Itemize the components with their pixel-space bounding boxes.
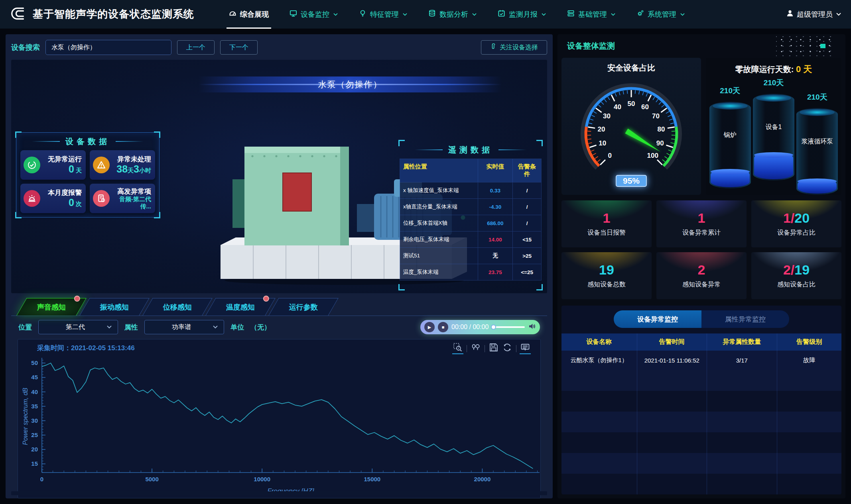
nav-item-4[interactable]: 数据分析 bbox=[428, 0, 477, 29]
refresh-icon[interactable] bbox=[502, 343, 512, 354]
telemetry-realtime-value: 686.00 bbox=[478, 215, 513, 231]
player-progress-slider[interactable] bbox=[492, 326, 525, 328]
stop-button[interactable]: ■ bbox=[438, 322, 448, 332]
focus-device-button[interactable]: 关注设备选择 bbox=[481, 40, 547, 55]
nav-item-label: 数据分析 bbox=[439, 10, 468, 19]
zoom-reset-icon[interactable] bbox=[471, 343, 481, 354]
safety-gauge-card: 安全设备占比 0102030405060708090100 95% bbox=[561, 58, 701, 195]
dots-decoration bbox=[776, 35, 836, 56]
telemetry-alarm-condition: >25 bbox=[513, 248, 541, 264]
device-data-card: 本月度报警0 次 bbox=[20, 184, 86, 213]
cylinder-top-glow bbox=[713, 102, 748, 110]
sense-tab-4[interactable]: 温度感知 bbox=[205, 298, 275, 316]
alarm-table-header-cell: 异常属性数量 bbox=[707, 333, 777, 351]
telemetry-realtime-value: 0.33 bbox=[478, 182, 513, 198]
audio-player: ▶ ■ 00:00 / 00:00 bbox=[420, 320, 540, 334]
paperclip-icon bbox=[490, 43, 496, 51]
stats-grid: 1设备当日报警1设备异常累计1/20设备异常占比19感知设备总数2感知设备异常2… bbox=[561, 200, 841, 299]
sense-tab-3[interactable]: 位移感知 bbox=[142, 298, 212, 316]
telemetry-alarm-condition: / bbox=[513, 199, 541, 215]
alarm-table-cell bbox=[637, 391, 707, 412]
gear-icon bbox=[636, 10, 644, 19]
svg-text:25: 25 bbox=[31, 431, 38, 438]
nav-item-7[interactable]: 系统管理 bbox=[636, 0, 685, 29]
telemetry-attr-name: x轴直流分量_泵体末端 bbox=[400, 199, 478, 215]
stat-label: 设备异常占比 bbox=[777, 229, 816, 237]
nav-item-6[interactable]: 基础管理 bbox=[567, 0, 616, 29]
telemetry-header-cell: 实时值 bbox=[478, 159, 513, 182]
cylinder-device-name: 锅炉 bbox=[709, 130, 751, 140]
alarm-table-cell bbox=[707, 370, 777, 391]
svg-text:30: 30 bbox=[31, 417, 38, 424]
nav-item-3[interactable]: 特征管理 bbox=[359, 0, 408, 29]
abnormal-monitor-card: 设备异常监控属性异常监控 设备名称告警时间异常属性数量告警级别云酷水泵（勿操作1… bbox=[561, 306, 841, 494]
alarm-table-cell bbox=[707, 432, 777, 453]
alarm-icon bbox=[24, 190, 40, 207]
cylinder-liquid bbox=[754, 155, 793, 179]
telemetry-row: 剩余电压_泵体末端14.00<15 bbox=[400, 231, 541, 247]
stat-value: 2/19 bbox=[783, 263, 810, 277]
chevron-down-icon bbox=[106, 324, 112, 331]
safety-gauge: 0102030405060708090100 bbox=[561, 73, 701, 180]
alarm-table-empty-row bbox=[561, 412, 841, 432]
alarm-table-row[interactable]: 云酷水泵（勿操作1）2021-01-15 11:06:523/17故障 bbox=[561, 351, 841, 370]
device-data-card: 无异常运行0 天 bbox=[20, 150, 86, 180]
position-select[interactable]: 第二代 bbox=[38, 320, 118, 334]
sense-tab-2[interactable]: 振动感知 bbox=[79, 298, 149, 316]
alarm-table-cell bbox=[637, 432, 707, 453]
speaker-icon[interactable] bbox=[528, 322, 536, 332]
player-progress-knob[interactable] bbox=[491, 325, 496, 330]
sense-tab-1[interactable]: 声音感知 bbox=[16, 298, 86, 316]
3d-viewport[interactable]: 水泵（勿操作） bbox=[11, 60, 547, 293]
alarm-table-cell bbox=[637, 474, 707, 494]
gauge-title: 安全设备占比 bbox=[561, 63, 701, 73]
monitor-tab-2[interactable]: 属性异常监控 bbox=[701, 310, 789, 328]
alarm-table-header-row: 设备名称告警时间异常属性数量告警级别 bbox=[561, 333, 841, 351]
device-search-label: 设备搜索 bbox=[11, 43, 40, 52]
screen: 基于智能声学的设备状态监测系统 综合展现设备监控特征管理数据分析监测月报基础管理… bbox=[0, 0, 851, 504]
search-input[interactable] bbox=[45, 40, 171, 55]
save-icon[interactable] bbox=[489, 343, 498, 354]
cylinder-item: 210天锅炉 bbox=[709, 86, 751, 195]
telemetry-realtime-value: 14.00 bbox=[478, 231, 513, 247]
chevron-down-icon bbox=[402, 10, 408, 18]
user-menu[interactable]: 超级管理员 bbox=[786, 10, 841, 19]
nav-item-1[interactable]: 综合展现 bbox=[229, 0, 269, 29]
cylinder-liquid bbox=[711, 172, 750, 187]
next-device-button[interactable]: 下一个 bbox=[220, 40, 258, 55]
alarm-table-cell bbox=[561, 453, 637, 474]
prev-device-button[interactable]: 上一个 bbox=[177, 40, 215, 55]
right-panel: 设备整体监测 安全设备占比 0102030405060708090100 95%… bbox=[557, 34, 845, 498]
alarm-table: 设备名称告警时间异常属性数量告警级别云酷水泵（勿操作1）2021-01-15 1… bbox=[561, 333, 841, 494]
toolbar-separator bbox=[516, 345, 516, 352]
svg-text:10000: 10000 bbox=[254, 476, 270, 482]
cylinder-liquid bbox=[798, 181, 837, 194]
telemetry-row: x 轴加速度值_泵体末端0.33/ bbox=[400, 182, 541, 198]
device-data-card-value: 音频-第二代传... bbox=[113, 196, 151, 210]
alarm-table-cell bbox=[561, 370, 637, 391]
cylinder-device-name: 浆液循环泵 bbox=[796, 137, 838, 146]
device-data-card-value: 38天3小时 bbox=[113, 163, 151, 175]
stat-value: 1 bbox=[698, 211, 705, 225]
stat-card: 2/19感知设备占比 bbox=[751, 252, 841, 299]
nav-item-2[interactable]: 设备监控 bbox=[290, 0, 338, 29]
telemetry-title: 遥测数据 bbox=[400, 141, 542, 159]
alarm-table-empty-row bbox=[561, 432, 841, 453]
stat-card: 19感知设备总数 bbox=[561, 252, 652, 299]
data-view-icon[interactable] bbox=[520, 343, 530, 354]
alarm-table-cell bbox=[561, 412, 637, 432]
position-label: 位置 bbox=[18, 323, 32, 332]
monitor-tab-1[interactable]: 设备异常监控 bbox=[614, 310, 701, 328]
left-panel: 设备搜索 上一个 下一个 关注设备选择 水泵（勿操作） bbox=[6, 34, 553, 498]
stat-value: 1 bbox=[603, 211, 611, 225]
device-data-card-label: 异常未处理 bbox=[113, 155, 151, 163]
alarm-table-cell bbox=[777, 391, 841, 412]
zoom-select-icon[interactable] bbox=[453, 343, 463, 354]
attribute-select[interactable]: 功率谱 bbox=[144, 320, 224, 334]
svg-text:35: 35 bbox=[31, 403, 38, 410]
play-button[interactable]: ▶ bbox=[424, 322, 435, 332]
nav-item-5[interactable]: 监测月报 bbox=[498, 0, 546, 29]
sense-tab-5[interactable]: 运行参数 bbox=[268, 298, 338, 316]
warning-icon bbox=[93, 157, 110, 173]
telemetry-alarm-condition: / bbox=[513, 215, 541, 231]
